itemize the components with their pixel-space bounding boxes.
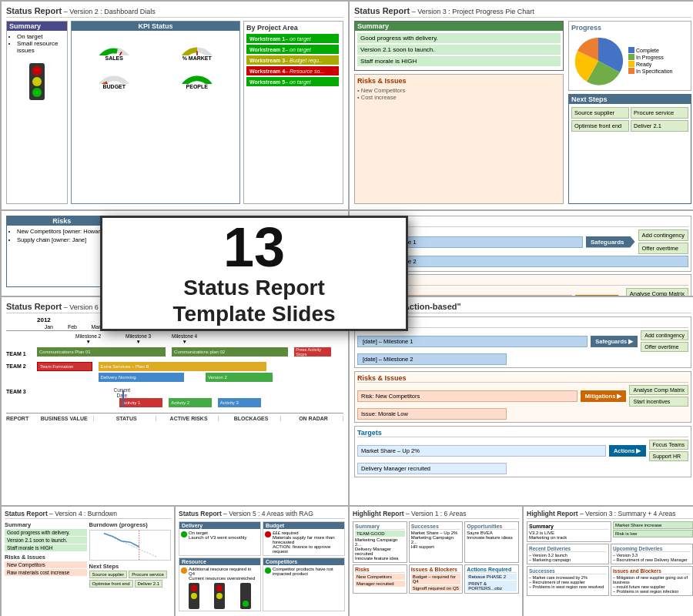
slide6-mitigations: Mitigations ▶ [581, 390, 627, 402]
slide6-risk-1: Risk: New Competitors [357, 390, 578, 402]
rag-dot-budget [265, 531, 271, 537]
mini-rag: Status Report – Version 5 : 4 Areas with… [176, 507, 348, 616]
hl2-upcoming: Upcoming Deliveries – Version 3.3– Recru… [611, 544, 693, 564]
team-3-bar-3: Activity 3 [218, 398, 261, 407]
mini-burndown-content: Summary Good progress with delivery. Ver… [5, 521, 171, 588]
safeguards-label: Safeguards [586, 236, 635, 248]
mini-highlight1-title: Highlight Report – Version 1 : 6 Areas [353, 510, 519, 519]
summary-item-2: Version 2.1 soon to launch. [357, 45, 561, 55]
team-3-gantt: Activity 1 Activity 2 Activity 3 Current… [37, 387, 343, 410]
mini-burndown-right: Burndown (progress) Next Steps Source su… [89, 521, 172, 588]
hl-actions-required: Actions Required Reissue PHASE 2 PRINT &… [464, 564, 519, 594]
ws-bar-4: Workstream 4 – Resource so... [246, 66, 339, 75]
mini-burndown: Status Report – Version 4 : Burndown Sum… [2, 507, 174, 616]
slide1-title: Status Report – Version 2 : Dashboard Di… [6, 6, 343, 18]
slide6-targets-title: Targets [357, 429, 688, 437]
mini-highlight1: Highlight Report – Version 1 : 6 Areas S… [350, 507, 522, 616]
slide6-ai-1: Focus Teams [649, 440, 689, 450]
ns-item-3: Optimise front end [571, 120, 629, 132]
slide6-risks: Risks & Issues Risk: New Competitors Mit… [354, 371, 691, 423]
team-1-bar-1: Communications Plan 01 [37, 347, 166, 357]
team-2-label: TEAM 2 [6, 363, 37, 369]
legend-inprogress: In Progress [628, 54, 672, 60]
kpi-title: KPI Status [72, 22, 239, 31]
ns-item-1: Source supplier [571, 107, 629, 119]
ws-bar-5: Workstream 5 – on target [246, 77, 339, 86]
overlay-number: 13 [223, 219, 285, 275]
report-risks: ACTIVE RISKS [159, 416, 219, 421]
ns-item-2: Procure service [631, 107, 688, 119]
team-2-bar-2: Extra Services – Plan B [99, 362, 267, 371]
kpi-section: KPI Status SALES [71, 21, 240, 204]
slide6-actions: Actions ▶ [609, 445, 646, 457]
summary-box: Summary On target Small resource issues [6, 21, 68, 204]
hl-opportunities: Opportunities Sayre BVEA Innovate featur… [464, 521, 519, 563]
rag-grid: Delivery On targetLaunch of V3 went smoo… [179, 521, 345, 611]
svg-line-8 [104, 534, 156, 557]
dial-market-label: % MARKET [182, 55, 212, 61]
report-status: STATUS [97, 416, 156, 421]
team-1-row: TEAM 1 Communications Plan 01 Communicat… [6, 347, 343, 360]
slide6-ma-1: Analyse Comp Matrix [629, 385, 688, 395]
gauge-budget [95, 62, 133, 84]
team-2-gantt: Team Formation Extra Services – Plan B D… [37, 362, 343, 385]
rag-budget: Budget £££ requiredMaterials supply far … [263, 521, 345, 556]
summary-list: On target Small resource issues [9, 33, 65, 54]
current-date-line [122, 390, 124, 407]
milestones-row: Milestone 2▼ Milestone 3▼ Milestone 4▼ [6, 333, 343, 346]
mini-summary-title: Summary [5, 521, 87, 528]
traffic-mini-2 [214, 583, 225, 609]
mini-next-steps-title: Next Steps [89, 563, 172, 570]
dial-market: % MARKET [178, 34, 216, 61]
workstream-4: Workstream 4 – Resource so... [246, 66, 340, 75]
slide-2: Status Report – Version 3 : Project Prog… [350, 2, 693, 209]
hl-risks: Risks New Competitors Manager recruited [353, 564, 407, 594]
dial-people-label: PEOPLE [186, 84, 208, 89]
mitigation-actions: Analyse Comp Matrix Start incentives [626, 288, 688, 296]
rag-dot-resource [181, 567, 187, 574]
workstream-3: Workstream 3 – Budget requ... [246, 55, 340, 65]
report-bv: BUSINESS VALUE [35, 416, 94, 421]
summary-item-1: Good progress with delivery. [357, 33, 561, 43]
traffic-light [29, 63, 45, 100]
highlight1-grid: Summary TEAM GOOD Marketing Campaign 2..… [353, 521, 519, 594]
mini-burndown-title: Status Report – Version 4 : Burndown [5, 510, 171, 519]
team-3-row: TEAM 3 Activity 1 Activity 2 Activity 3 … [6, 387, 343, 410]
milestone-4: Milestone 4▼ [172, 333, 197, 344]
workstream-2: Workstream 2 – on target [246, 45, 340, 54]
safeguard-action-1: Add contingency [638, 229, 688, 241]
report-section: REPORT BUSINESS VALUE STATUS ACTIVE RISK… [6, 413, 343, 421]
risks-issues-title: Risks & Issues [357, 77, 561, 85]
milestone-3: Milestone 3▼ [126, 333, 151, 344]
risks-list: New Competitors [owner: Howard] Supply c… [9, 228, 115, 243]
gauge-people [178, 62, 216, 84]
highlight2-areas: Recent Deliveries – Version 3.2 launch– … [527, 544, 693, 596]
green-summary-title: Summary [355, 22, 563, 31]
traffic-mini-1 [189, 583, 199, 609]
traffic-lights-row [181, 583, 259, 609]
gauge-svg-sales [95, 34, 133, 55]
pie-chart [571, 34, 625, 88]
team-2-bar-4: Version 2 [206, 373, 273, 382]
gauge-svg-people [178, 62, 216, 84]
slide6-action-items: Focus Teams Support HR [649, 440, 689, 461]
workstream-5: Workstream 5 – on target [246, 77, 340, 86]
highlight2-top: Summary V3.2 is LIVE Marketing on track … [527, 521, 693, 542]
hl2-summary-right: Market Share increase Risk is low [613, 521, 693, 542]
pie-legend: Complete In Progress Ready [628, 47, 672, 75]
dial-budget-label: BUDGET [102, 84, 126, 89]
current-date-label: CurrentDate [114, 387, 131, 398]
slide6-target-1: Market Share – Up 2% [357, 445, 606, 457]
legend-spec: In Specification [628, 68, 672, 74]
slide6-sa-2: Offer overtime [641, 342, 688, 352]
hl2-issues: Issues and Blockers – Mitigation of new … [611, 566, 693, 596]
gauge-market [178, 34, 216, 55]
gauge-sales [95, 34, 133, 55]
light-yellow [32, 77, 42, 86]
ws-bar-2: Workstream 2 – on target [246, 45, 339, 54]
dial-sales-label: SALES [105, 55, 123, 61]
mini-rag-title: Status Report – Version 5 : 4 Areas with… [179, 510, 345, 519]
slide2-title: Status Report – Version 3 : Project Prog… [354, 6, 691, 18]
slide2-right: Progress [568, 21, 691, 204]
rag-resource: Resource Additional resource required in… [179, 557, 261, 611]
